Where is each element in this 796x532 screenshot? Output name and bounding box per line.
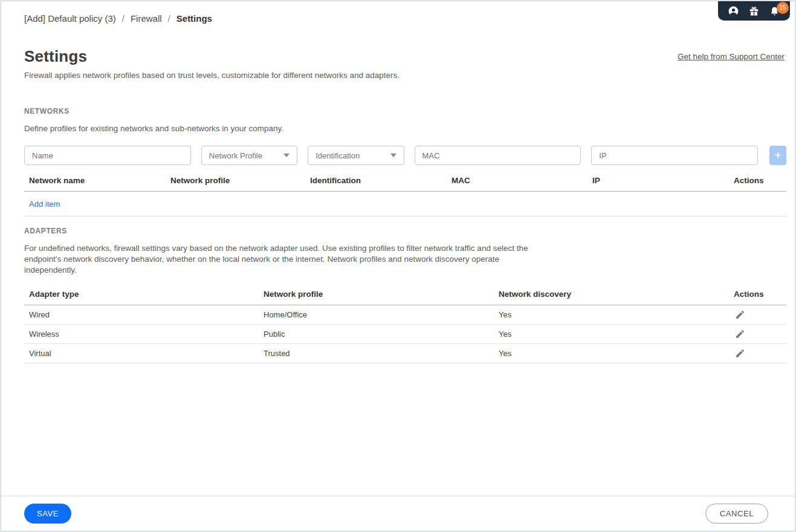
col-mac: MAC [451, 176, 592, 185]
adapter-type-cell: Virtual [29, 349, 264, 358]
network-profile-cell: Public [264, 329, 499, 339]
edit-wired-button[interactable] [735, 309, 747, 321]
identification-select-placeholder: Identification [315, 151, 360, 160]
networks-section-label: NETWORKS [24, 107, 786, 115]
adapters-section: ADAPTERS For undefined networks, firewal… [24, 227, 786, 363]
col-network-discovery: Network discovery [499, 290, 734, 299]
edit-wireless-button[interactable] [735, 328, 747, 340]
breadcrumb: [Add] Default policy (3) / Firewall / Se… [24, 13, 212, 24]
adapter-type-cell: Wireless [29, 329, 264, 339]
adapters-section-label: ADAPTERS [24, 227, 786, 235]
col-actions: Actions [734, 290, 786, 299]
adapter-row-wireless: Wireless Public Yes [24, 325, 786, 344]
gift-icon[interactable] [748, 5, 760, 17]
breadcrumb-separator: / [122, 13, 125, 24]
network-profile-cell: Trusted [264, 349, 499, 358]
network-profile-select-placeholder: Network Profile [209, 151, 262, 160]
networks-table-header: Network name Network profile Identificat… [24, 168, 786, 192]
footer-action-bar: SAVE CANCEL [1, 496, 795, 531]
networks-section-description: Define profiles for existing networks an… [24, 123, 786, 134]
adapters-section-description: For undefined networks, firewall setting… [24, 243, 543, 276]
networks-section: NETWORKS Define profiles for existing ne… [24, 107, 786, 216]
pencil-icon [735, 348, 745, 358]
col-identification: Identification [310, 176, 451, 185]
adapter-row-virtual: Virtual Trusted Yes [24, 344, 786, 363]
edit-virtual-button[interactable] [735, 348, 747, 360]
topbar-user-badge: 15 [718, 1, 790, 21]
col-actions: Actions [734, 176, 786, 185]
identification-select[interactable]: Identification [308, 146, 404, 165]
firewall-settings-page: [Add] Default policy (3) / Firewall / Se… [1, 1, 795, 531]
network-discovery-cell: Yes [499, 310, 734, 319]
network-profile-cell: Home/Office [264, 310, 499, 319]
adapter-row-wired: Wired Home/Office Yes [24, 305, 786, 325]
adapters-table-header: Adapter type Network profile Network dis… [24, 282, 786, 305]
network-profile-select[interactable]: Network Profile [201, 146, 297, 165]
plus-icon: + [774, 147, 781, 164]
col-ip: IP [592, 176, 734, 185]
pencil-icon [735, 310, 745, 320]
networks-add-item-row: Add item [24, 192, 786, 216]
notification-count-badge[interactable]: 15 [777, 2, 789, 14]
mac-input[interactable] [415, 146, 581, 165]
col-adapter-type: Adapter type [29, 290, 264, 299]
col-network-profile: Network profile [264, 290, 499, 299]
user-icon[interactable] [728, 5, 739, 17]
breadcrumb-policy[interactable]: [Add] Default policy (3) [24, 13, 116, 24]
breadcrumb-settings-current: Settings [176, 13, 212, 24]
ip-input[interactable] [591, 146, 758, 165]
adapter-type-cell: Wired [29, 310, 264, 319]
support-center-link[interactable]: Get help from Support Center [678, 52, 785, 61]
bell-icon[interactable]: 15 [769, 5, 780, 17]
network-discovery-cell: Yes [499, 329, 734, 339]
networks-input-row: Network Profile Identification + [24, 146, 786, 165]
save-button[interactable]: SAVE [24, 504, 71, 524]
add-network-button[interactable]: + [769, 146, 786, 165]
breadcrumb-separator: / [168, 13, 170, 24]
network-discovery-cell: Yes [499, 349, 734, 358]
breadcrumb-firewall[interactable]: Firewall [131, 13, 162, 24]
add-item-link[interactable]: Add item [29, 199, 60, 209]
network-name-input[interactable] [24, 146, 191, 165]
chevron-down-icon [390, 154, 396, 157]
page-description: Firewall applies network profiles based … [24, 71, 400, 80]
col-network-profile: Network profile [170, 176, 310, 185]
chevron-down-icon [283, 154, 290, 157]
col-network-name: Network name [29, 176, 170, 185]
page-title: Settings [24, 47, 87, 66]
cancel-button[interactable]: CANCEL [705, 504, 768, 524]
pencil-icon [735, 329, 745, 339]
